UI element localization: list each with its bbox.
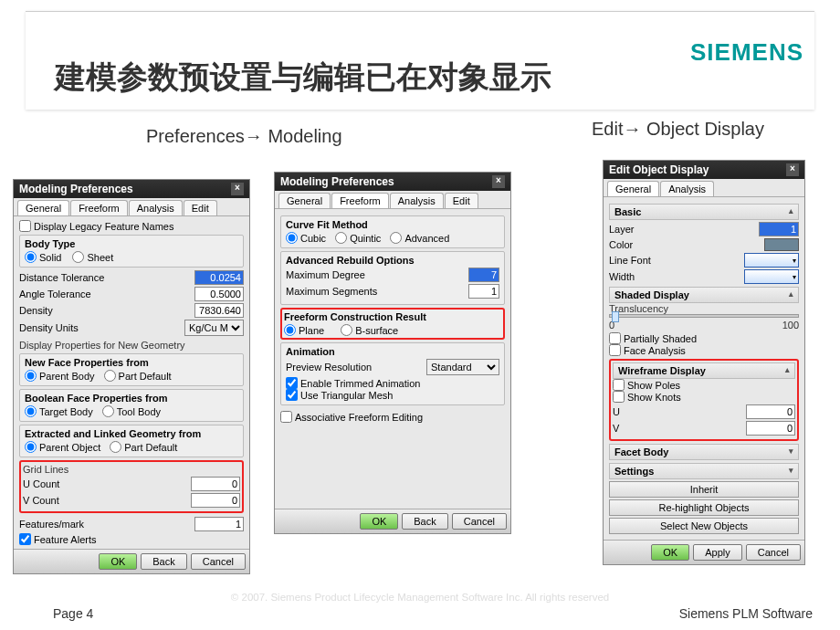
tab-analysis[interactable]: Analysis: [660, 181, 714, 196]
back-button[interactable]: Back: [402, 513, 447, 530]
body-type-solid-radio[interactable]: [25, 251, 37, 263]
preview-resolution-label: Preview Resolution: [286, 362, 372, 373]
distance-tolerance-input[interactable]: [194, 270, 244, 285]
display-properties-label: Display Properties for New Geometry: [19, 340, 244, 351]
wire-v-input[interactable]: [746, 421, 795, 436]
angle-tolerance-input[interactable]: [194, 287, 244, 301]
display-legacy-checkbox[interactable]: [19, 220, 31, 232]
curve-fit-cubic-radio[interactable]: [286, 232, 298, 244]
shaded-section[interactable]: Shaded Display▴: [609, 287, 799, 303]
breadcrumb-edit: Edit→ Object Display: [592, 119, 764, 140]
tab-freeform[interactable]: Freeform: [70, 200, 128, 215]
page-number: Page 4: [53, 606, 93, 621]
settings-section[interactable]: Settings▾: [609, 463, 799, 479]
breadcrumb-preferences: Preferences→ Modeling: [146, 126, 342, 147]
ffcr-plane-label: Plane: [299, 325, 324, 336]
tab-analysis[interactable]: Analysis: [129, 200, 183, 215]
close-icon[interactable]: ×: [786, 163, 799, 176]
curve-fit-quintic-label: Quintic: [350, 233, 381, 244]
features-mark-input[interactable]: [194, 517, 244, 531]
show-knots-checkbox[interactable]: [613, 391, 625, 403]
face-analysis-checkbox[interactable]: [609, 344, 621, 356]
freeform-construction-title: Freeform Construction Result: [284, 311, 501, 322]
assoc-freeform-checkbox[interactable]: [280, 411, 292, 423]
ffcr-bsurface-radio[interactable]: [341, 324, 352, 336]
dialog-title-text: Edit Object Display: [609, 163, 709, 176]
select-new-objects-button[interactable]: Select New Objects: [609, 518, 799, 534]
cancel-button[interactable]: Cancel: [746, 544, 801, 561]
ffcr-plane-radio[interactable]: [284, 324, 296, 336]
curve-fit-advanced-radio[interactable]: [390, 232, 402, 244]
tab-edit[interactable]: Edit: [445, 193, 478, 208]
cancel-button[interactable]: Cancel: [191, 553, 246, 570]
use-triangular-label: Use Triangular Mesh: [300, 390, 394, 401]
modeling-preferences-freeform-dialog: Modeling Preferences × General Freeform …: [274, 172, 511, 534]
wireframe-title: Wireframe Display: [618, 365, 706, 376]
bfp-tool-body-radio[interactable]: [102, 405, 114, 417]
curve-fit-cubic-label: Cubic: [300, 233, 326, 244]
elg-part-default-radio[interactable]: [110, 441, 121, 453]
close-icon[interactable]: ×: [492, 175, 505, 188]
body-type-title: Body Type: [25, 238, 238, 249]
elg-parent-object-label: Parent Object: [39, 442, 100, 453]
max-degree-label: Maximum Degree: [286, 269, 365, 280]
color-swatch[interactable]: [764, 238, 799, 251]
ok-button[interactable]: OK: [360, 513, 398, 530]
max-degree-input[interactable]: [468, 268, 499, 282]
line-font-select[interactable]: ▾: [744, 253, 799, 268]
use-triangular-checkbox[interactable]: [286, 389, 298, 401]
tab-edit[interactable]: Edit: [184, 200, 217, 215]
show-poles-checkbox[interactable]: [613, 379, 625, 391]
tab-analysis[interactable]: Analysis: [390, 193, 444, 208]
elg-parent-object-radio[interactable]: [25, 441, 37, 453]
tab-general[interactable]: General: [607, 181, 659, 196]
body-type-sheet-label: Sheet: [87, 252, 113, 263]
body-type-solid-label: Solid: [39, 252, 61, 263]
layer-input[interactable]: [759, 222, 799, 236]
ok-button[interactable]: OK: [651, 544, 689, 561]
density-input[interactable]: [194, 303, 244, 318]
partially-shaded-checkbox[interactable]: [609, 332, 621, 344]
chevron-up-icon: ▴: [789, 206, 793, 217]
translucency-slider[interactable]: [609, 314, 799, 318]
width-label: Width: [609, 271, 635, 282]
chevron-down-icon: ▾: [789, 466, 793, 477]
feature-alerts-checkbox[interactable]: [19, 533, 31, 545]
nfp-part-default-radio[interactable]: [104, 370, 116, 382]
cancel-button[interactable]: Cancel: [452, 513, 507, 530]
basic-section[interactable]: Basic▴: [609, 204, 799, 220]
tab-general[interactable]: General: [17, 200, 69, 215]
wire-u-input[interactable]: [746, 404, 795, 419]
apply-button[interactable]: Apply: [693, 544, 742, 561]
layer-label: Layer: [609, 224, 635, 235]
nfp-parent-body-label: Parent Body: [39, 371, 95, 382]
wireframe-section[interactable]: Wireframe Display▴: [613, 362, 795, 379]
nfp-parent-body-radio[interactable]: [25, 370, 37, 382]
max-segments-input[interactable]: [468, 284, 499, 299]
width-select[interactable]: ▾: [744, 269, 799, 284]
enable-trimmed-checkbox[interactable]: [286, 377, 298, 389]
body-type-sheet-radio[interactable]: [72, 251, 84, 263]
u-count-input[interactable]: [191, 477, 240, 491]
elg-part-default-label: Part Default: [124, 442, 177, 453]
close-icon[interactable]: ×: [231, 183, 244, 195]
v-count-input[interactable]: [191, 493, 240, 508]
bfp-target-body-radio[interactable]: [25, 405, 37, 417]
ok-button[interactable]: OK: [99, 553, 137, 570]
tab-freeform[interactable]: Freeform: [331, 193, 389, 208]
footer-brand: Siemens PLM Software: [679, 606, 813, 621]
inherit-button[interactable]: Inherit: [609, 481, 799, 498]
back-button[interactable]: Back: [141, 553, 186, 570]
curve-fit-quintic-radio[interactable]: [335, 232, 347, 244]
dialog-title-text: Modeling Preferences: [19, 183, 133, 195]
v-count-label: V Count: [23, 495, 59, 506]
facet-body-section[interactable]: Facet Body▾: [609, 444, 799, 460]
distance-tolerance-label: Distance Tolerance: [19, 272, 104, 283]
density-units-select[interactable]: Kg/Cu M: [184, 320, 244, 336]
dialog-title: Edit Object Display ×: [604, 161, 804, 179]
dialog-title: Modeling Preferences ×: [275, 173, 510, 191]
adv-rebuild-title: Advanced Rebuild Options: [286, 255, 499, 266]
preview-resolution-select[interactable]: Standard: [426, 359, 499, 375]
tab-general[interactable]: General: [278, 193, 331, 208]
rehighlight-button[interactable]: Re-highlight Objects: [609, 499, 799, 516]
